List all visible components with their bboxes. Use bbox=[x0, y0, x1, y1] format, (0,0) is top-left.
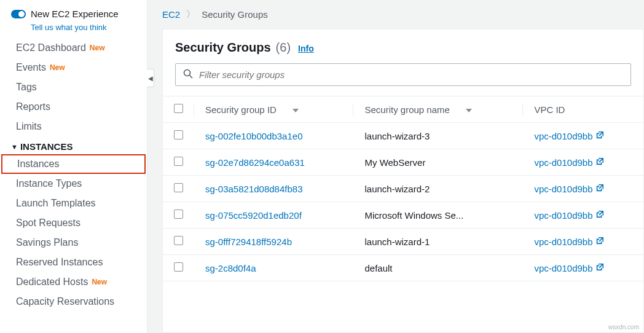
external-link-icon bbox=[595, 157, 604, 168]
sg-id-link[interactable]: sg-002fe10b00db3a1e0 bbox=[205, 131, 302, 141]
nav-section-label: INSTANCES bbox=[20, 141, 73, 152]
feedback-link[interactable]: Tell us what you think bbox=[0, 22, 147, 38]
search-icon bbox=[183, 69, 193, 80]
nav-section-instances[interactable]: ▼ INSTANCES bbox=[0, 136, 147, 154]
sg-id-link[interactable]: sg-02e7d86294ce0a631 bbox=[205, 157, 305, 168]
sg-id-link[interactable]: sg-2c8d0f4a bbox=[205, 263, 256, 273]
sidebar-item-limits[interactable]: Limits bbox=[0, 117, 147, 136]
svg-line-1 bbox=[190, 76, 193, 79]
sidebar-item-reserved-instances[interactable]: Reserved Instances bbox=[0, 253, 147, 272]
security-groups-panel: Security Groups (6) Info Security group … bbox=[162, 29, 644, 333]
nav-item-label: Launch Templates bbox=[16, 198, 96, 209]
breadcrumb: EC2 〉 Security Groups bbox=[147, 0, 644, 29]
nav-item-label: Spot Requests bbox=[16, 217, 80, 229]
new-experience-label: New EC2 Experience bbox=[31, 9, 119, 19]
table-row: sg-002fe10b00db3a1e0 launch-wizard-3 vpc… bbox=[163, 123, 643, 149]
vpc-id-link[interactable]: vpc-d010d9bb bbox=[534, 131, 603, 141]
sg-id-link[interactable]: sg-075cc5920d1edb20f bbox=[205, 210, 302, 221]
sg-name-cell: launch-wizard-1 bbox=[353, 229, 523, 255]
column-header-vpc-id[interactable]: VPC ID bbox=[523, 96, 643, 123]
external-link-icon bbox=[595, 184, 604, 194]
row-checkbox[interactable] bbox=[174, 130, 183, 139]
vpc-id-link[interactable]: vpc-d010d9bb bbox=[534, 210, 603, 221]
new-experience-toggle[interactable] bbox=[11, 10, 26, 18]
new-badge: New bbox=[50, 63, 65, 72]
column-header-sg-name[interactable]: Security group name bbox=[353, 96, 523, 123]
panel-count: (6) bbox=[276, 41, 291, 55]
filter-input[interactable] bbox=[199, 69, 623, 80]
sidebar: New EC2 Experience Tell us what you thin… bbox=[0, 0, 147, 333]
row-checkbox[interactable] bbox=[174, 183, 183, 192]
new-badge: New bbox=[92, 278, 107, 286]
vpc-id-link[interactable]: vpc-d010d9bb bbox=[534, 263, 603, 273]
nav-item-label: Tags bbox=[16, 82, 37, 93]
sg-id-link[interactable]: sg-03a5821d08d84fb83 bbox=[205, 184, 302, 194]
sidebar-item-instances[interactable]: Instances bbox=[1, 154, 146, 174]
external-link-icon bbox=[595, 210, 604, 221]
nav-item-label: Limits bbox=[16, 121, 42, 132]
row-checkbox[interactable] bbox=[174, 157, 183, 166]
nav-item-label: Dedicated Hosts bbox=[16, 276, 88, 288]
nav-item-label: Instances bbox=[17, 159, 59, 170]
sg-id-link[interactable]: sg-0fff729418ff5924b bbox=[205, 237, 292, 247]
sg-name-cell: My WebServer bbox=[353, 149, 523, 176]
sidebar-item-ec2-dashboard[interactable]: EC2 Dashboard New bbox=[0, 38, 147, 58]
sidebar-item-savings-plans[interactable]: Savings Plans bbox=[0, 233, 147, 253]
chevron-right-icon: 〉 bbox=[186, 9, 195, 20]
column-header-sg-id[interactable]: Security group ID bbox=[194, 96, 353, 123]
row-checkbox[interactable] bbox=[174, 210, 183, 219]
nav-item-label: Reserved Instances bbox=[16, 257, 103, 268]
filter-box[interactable] bbox=[175, 63, 631, 86]
new-badge: New bbox=[90, 44, 105, 52]
svg-point-0 bbox=[184, 70, 190, 76]
nav-item-label: Capacity Reservations bbox=[16, 296, 114, 307]
row-checkbox[interactable] bbox=[174, 236, 183, 245]
sg-name-cell: default bbox=[353, 255, 523, 281]
external-link-icon bbox=[595, 237, 604, 247]
table-row: sg-02e7d86294ce0a631 My WebServer vpc-d0… bbox=[163, 149, 643, 176]
breadcrumb-current: Security Groups bbox=[202, 9, 268, 20]
nav-item-label: Events bbox=[16, 62, 46, 73]
sidebar-item-launch-templates[interactable]: Launch Templates bbox=[0, 194, 147, 213]
vpc-id-link[interactable]: vpc-d010d9bb bbox=[534, 157, 603, 168]
new-experience-toggle-row: New EC2 Experience bbox=[0, 6, 147, 22]
chevron-down-icon: ▼ bbox=[11, 143, 18, 151]
main-area: EC2 〉 Security Groups Security Groups (6… bbox=[147, 0, 644, 333]
sidebar-item-spot-requests[interactable]: Spot Requests bbox=[0, 213, 147, 233]
sg-name-cell: launch-wizard-2 bbox=[353, 176, 523, 202]
sidebar-item-dedicated-hosts[interactable]: Dedicated Hosts New bbox=[0, 272, 147, 292]
sort-icon bbox=[293, 109, 299, 112]
sidebar-item-events[interactable]: Events New bbox=[0, 58, 147, 77]
nav-item-label: Savings Plans bbox=[16, 237, 78, 248]
sort-icon bbox=[466, 109, 472, 112]
table-row: sg-0fff729418ff5924b launch-wizard-1 vpc… bbox=[163, 229, 643, 255]
nav-item-label: Instance Types bbox=[16, 178, 82, 189]
external-link-icon bbox=[595, 263, 604, 273]
info-link[interactable]: Info bbox=[298, 44, 314, 53]
sidebar-item-tags[interactable]: Tags bbox=[0, 77, 147, 97]
panel-title: Security Groups bbox=[175, 41, 271, 55]
vpc-id-link[interactable]: vpc-d010d9bb bbox=[534, 184, 603, 194]
sidebar-item-instance-types[interactable]: Instance Types bbox=[0, 174, 147, 194]
sidebar-item-capacity-reservations[interactable]: Capacity Reservations bbox=[0, 292, 147, 311]
security-groups-table: Security group ID Security group name VP… bbox=[163, 96, 643, 281]
panel-header: Security Groups (6) Info bbox=[163, 29, 643, 63]
sg-name-cell: launch-wizard-3 bbox=[353, 123, 523, 149]
watermark: wsxdn.com bbox=[608, 324, 639, 331]
table-row: sg-03a5821d08d84fb83 launch-wizard-2 vpc… bbox=[163, 176, 643, 202]
breadcrumb-root[interactable]: EC2 bbox=[162, 9, 180, 20]
row-checkbox[interactable] bbox=[174, 262, 183, 272]
sidebar-item-reports[interactable]: Reports bbox=[0, 97, 147, 117]
select-all-checkbox[interactable] bbox=[174, 104, 183, 113]
nav-item-label: EC2 Dashboard bbox=[16, 42, 86, 53]
nav-item-label: Reports bbox=[16, 101, 50, 112]
vpc-id-link[interactable]: vpc-d010d9bb bbox=[534, 237, 603, 247]
table-row: sg-2c8d0f4a default vpc-d010d9bb bbox=[163, 255, 643, 281]
table-row: sg-075cc5920d1edb20f Microsoft Windows S… bbox=[163, 202, 643, 229]
sg-name-cell: Microsoft Windows Se... bbox=[353, 202, 523, 229]
external-link-icon bbox=[595, 131, 604, 141]
sidebar-collapse-handle[interactable]: ◀ bbox=[147, 69, 154, 87]
